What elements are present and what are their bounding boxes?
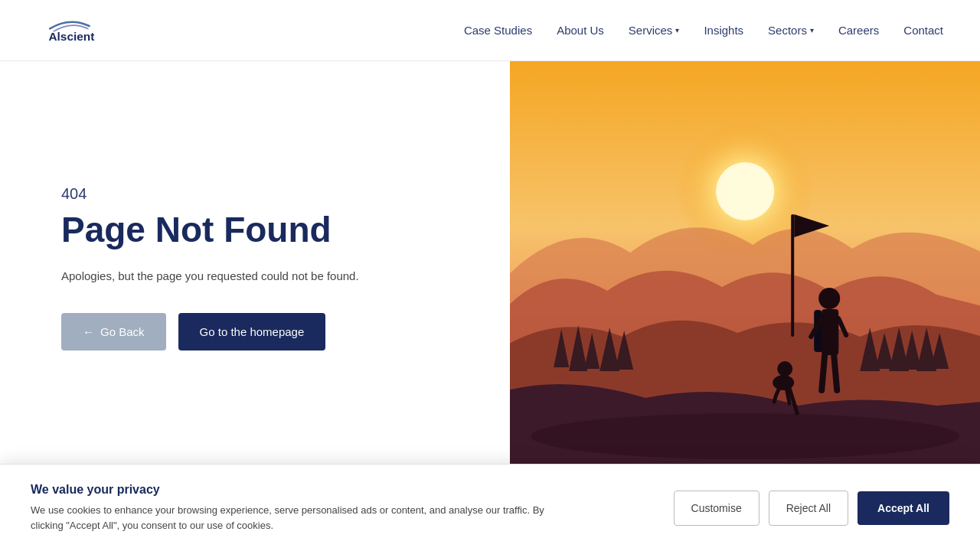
action-buttons: ← Go Back Go to the homepage (61, 313, 464, 350)
go-homepage-button[interactable]: Go to the homepage (178, 313, 326, 350)
cookie-buttons: Customise Reject All Accept All (674, 491, 949, 521)
nav-item-contact[interactable]: Contact (903, 24, 943, 37)
nav-link-services[interactable]: Services ▾ (629, 24, 680, 37)
error-description: Apologies, but the page you requested co… (61, 267, 464, 285)
reject-all-button[interactable]: Reject All (769, 491, 848, 521)
nav-link-case-studies[interactable]: Case Studies (464, 24, 532, 37)
go-back-button[interactable]: ← Go Back (61, 313, 166, 350)
nav-item-insights[interactable]: Insights (704, 24, 743, 37)
svg-rect-16 (791, 214, 794, 337)
cookie-text-area: We value your privacy We use cookies to … (31, 483, 551, 520)
error-title: Page Not Found (61, 210, 464, 249)
svg-point-4 (531, 413, 959, 459)
cookie-banner: We value your privacy We use cookies to … (0, 464, 980, 520)
nav-link-careers[interactable]: Careers (838, 24, 879, 37)
nav-link-insights[interactable]: Insights (704, 24, 743, 37)
illustration-area (510, 61, 980, 474)
svg-rect-22 (822, 309, 838, 355)
nav-item-careers[interactable]: Careers (838, 24, 879, 37)
nav-item-services[interactable]: Services ▾ (629, 24, 680, 37)
nav-link-contact[interactable]: Contact (903, 24, 943, 37)
error-code: 404 (61, 185, 464, 203)
logo[interactable]: Alscient (37, 14, 129, 47)
chevron-down-icon: ▾ (810, 26, 814, 34)
cookie-description: We use cookies to enhance your browsing … (31, 503, 551, 520)
customise-button[interactable]: Customise (674, 491, 760, 521)
svg-point-3 (716, 162, 774, 220)
error-content-area: 404 Page Not Found Apologies, but the pa… (0, 61, 510, 474)
nav-item-sectors[interactable]: Sectors ▾ (768, 24, 814, 37)
svg-text:Alscient: Alscient (48, 29, 94, 42)
arrow-left-icon: ← (83, 325, 94, 338)
cookie-title: We value your privacy (31, 483, 551, 497)
chevron-down-icon: ▾ (675, 26, 679, 34)
nav-item-case-studies[interactable]: Case Studies (464, 24, 532, 37)
main-navigation: Alscient Case Studies About Us Services … (0, 0, 980, 61)
svg-point-19 (818, 288, 840, 309)
page-wrapper: 404 Page Not Found Apologies, but the pa… (0, 61, 980, 474)
nav-link-about-us[interactable]: About Us (557, 24, 604, 37)
nav-item-about-us[interactable]: About Us (557, 24, 604, 37)
nav-links-list: Case Studies About Us Services ▾ Insight… (464, 24, 943, 37)
nav-link-sectors[interactable]: Sectors ▾ (768, 24, 814, 37)
accept-all-button[interactable]: Accept All (858, 491, 949, 521)
